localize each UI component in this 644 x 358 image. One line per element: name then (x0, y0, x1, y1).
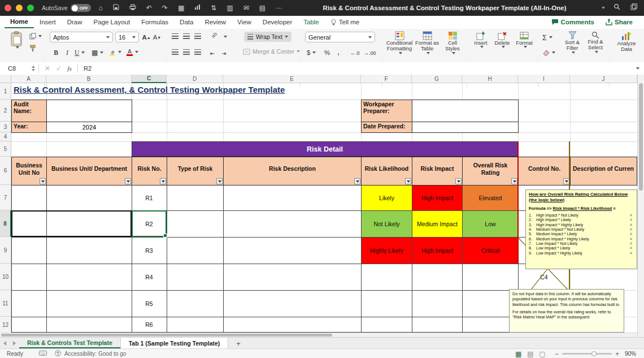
header-risk-no[interactable]: Risk No. (132, 157, 167, 186)
sheet-tab-tab1-sample[interactable]: Tab 1 (Sample Testing Template) (120, 338, 229, 349)
filter-dropdown-icon[interactable] (160, 178, 166, 184)
header-control-no[interactable]: Control No. (518, 157, 571, 186)
clear-button[interactable] (542, 48, 555, 58)
header-business-unit-department[interactable]: Business Unit/ Department (46, 157, 132, 186)
filter-dropdown-icon[interactable] (405, 178, 411, 184)
tab-page-layout[interactable]: Page Layout (88, 17, 136, 28)
align-top-icon[interactable] (172, 33, 179, 39)
tab-table[interactable]: Table (298, 17, 325, 28)
format-painter-button[interactable] (29, 45, 36, 52)
cell-c11[interactable]: R5 (132, 290, 167, 317)
minimize-window-icon[interactable] (16, 5, 23, 11)
zoom-out-icon[interactable]: − (555, 350, 559, 358)
column-header-g[interactable]: G (412, 75, 462, 83)
page-layout-view-icon[interactable]: ▤ (527, 350, 533, 358)
find-select-button[interactable]: Find & Select (585, 31, 606, 53)
rating-logic-note[interactable]: How are Overall Risk Rating Calculated B… (525, 189, 637, 269)
cell-g9-impact[interactable]: High Impact (412, 238, 462, 264)
select-all-corner[interactable] (0, 75, 11, 83)
comma-style-button[interactable]: , (334, 46, 342, 57)
zoom-in-icon[interactable]: + (615, 350, 619, 358)
cell-c9[interactable]: R3 (132, 237, 167, 264)
column-header-d[interactable]: D (167, 75, 223, 83)
shrink-font-button[interactable]: A▼ (153, 32, 162, 42)
row-header-5[interactable]: 5 (0, 141, 11, 157)
format-cells-button[interactable]: Format (514, 31, 534, 48)
align-bottom-icon[interactable] (194, 33, 201, 39)
tab-home[interactable]: Home (5, 16, 34, 28)
align-middle-icon[interactable] (183, 33, 190, 39)
header-description-of-current[interactable]: Description of Curren (570, 157, 637, 186)
mail-icon[interactable]: ✉ (243, 0, 249, 16)
audit-name-label-cell[interactable]: Audit Name: (11, 100, 47, 122)
autosum-button[interactable]: Σ (542, 32, 552, 42)
comments-button[interactable]: Comments (546, 17, 600, 28)
redo-icon[interactable]: ↷ (162, 0, 168, 16)
cell-f8-likelihood[interactable]: Not Likely (362, 211, 412, 237)
decrease-decimal-button[interactable]: →.00 (364, 48, 376, 58)
tab-draw[interactable]: Draw (62, 17, 88, 28)
header-risk-description[interactable]: Risk Description (223, 157, 362, 186)
filter-dropdown-icon[interactable] (455, 178, 462, 184)
increase-indent-icon[interactable]: ⇥ (221, 48, 226, 58)
delete-cells-button[interactable]: Delete (493, 31, 512, 48)
column-header-a[interactable]: A (11, 75, 46, 83)
header-risk-impact[interactable]: Risk Impact (412, 157, 463, 186)
formula-bar-expand-icon[interactable] (636, 67, 639, 70)
audit-name-value-cell[interactable] (46, 100, 132, 122)
borders-button[interactable]: ▦ (92, 48, 103, 58)
home-icon[interactable]: ⌂ (99, 0, 103, 16)
horizontal-scrollbar-thumb[interactable] (1, 334, 332, 337)
zoom-slider[interactable] (562, 353, 612, 355)
row-header-6[interactable]: 6 (0, 157, 11, 185)
year-label-cell[interactable]: Year: (11, 122, 47, 133)
normal-view-icon[interactable]: ▦ (515, 350, 521, 358)
sheet-icon[interactable]: ▤ (259, 0, 266, 16)
paste-dropdown-icon[interactable] (16, 46, 19, 49)
copy-button[interactable] (29, 33, 42, 40)
tab-insert[interactable]: Insert (34, 17, 62, 28)
underline-button[interactable]: U (75, 48, 85, 58)
zoom-window-icon[interactable] (27, 5, 34, 11)
add-sheet-button[interactable]: + (228, 338, 249, 349)
bold-button[interactable]: B (52, 48, 60, 58)
font-name-combobox[interactable]: Aptos (50, 32, 113, 42)
cell-g8-impact[interactable]: Medium Impact (412, 211, 462, 237)
align-left-icon[interactable] (172, 49, 179, 55)
preparer-value-cell[interactable] (412, 100, 519, 122)
sort-icon[interactable]: ⇅ (211, 0, 216, 16)
column-header-e[interactable]: E (223, 75, 361, 83)
vertical-scrollbar[interactable] (637, 75, 644, 337)
sheet-nav-next-icon[interactable] (10, 338, 19, 349)
zoom-slider-thumb[interactable] (591, 351, 597, 356)
cell-f9-likelihood[interactable]: Highly Likely (362, 238, 412, 264)
format-as-table-button[interactable]: Format as Table (415, 31, 440, 54)
copy-dropdown-icon[interactable] (38, 35, 42, 37)
keyboard-icon[interactable] (39, 351, 47, 357)
undo-icon[interactable]: ↶ (146, 0, 152, 16)
row-header-1[interactable]: 1 (0, 83, 11, 100)
percent-button[interactable]: % (323, 48, 331, 58)
title-chevron-icon[interactable] (602, 7, 605, 9)
freeze-panes-icon[interactable]: ▥ (227, 0, 233, 16)
active-cell-selection[interactable] (132, 210, 167, 237)
date-prepared-label-cell[interactable]: Date Prepared: (361, 122, 412, 133)
column-header-j[interactable]: J (570, 75, 637, 83)
confirm-entry-icon[interactable]: ✓ (56, 64, 62, 72)
insert-cells-button[interactable]: Insert (471, 31, 490, 48)
filter-dropdown-icon[interactable] (216, 178, 223, 184)
sheet-nav-prev-icon[interactable] (0, 338, 10, 349)
zoom-level[interactable]: 90% (625, 351, 636, 357)
tab-developer[interactable]: Developer (257, 17, 298, 28)
column-header-c[interactable]: C (132, 75, 167, 83)
paste-button[interactable] (7, 31, 26, 57)
cell-h8-rating[interactable]: Low (463, 211, 518, 237)
year-value-cell[interactable]: 2024 (46, 122, 132, 133)
share-button[interactable]: Share (600, 17, 638, 28)
row-header-8[interactable]: 8 (0, 210, 11, 237)
header-overall-risk-rating[interactable]: Overall Risk Rating (462, 157, 519, 186)
conditional-formatting-button[interactable]: Conditional Formatting (386, 31, 412, 54)
align-center-icon[interactable] (183, 49, 190, 55)
header-business-unit-no[interactable]: Business Unit No (11, 157, 47, 186)
horizontal-scrollbar[interactable] (0, 333, 637, 337)
